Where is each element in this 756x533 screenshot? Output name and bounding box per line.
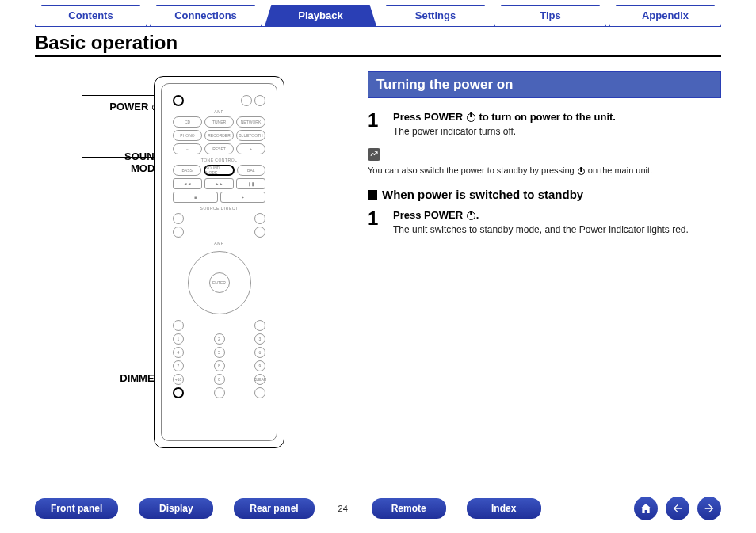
section-header-power-on: Turning the power on	[368, 71, 721, 98]
tab-settings[interactable]: Settings	[380, 5, 491, 26]
prev-icon[interactable]	[666, 497, 689, 520]
home-icon[interactable]	[634, 497, 658, 520]
step-title: Press POWER .	[393, 209, 721, 221]
remote-outline: AMP CDTUNERNETWORK PHONORECORDERBLUETOOT…	[154, 76, 284, 448]
tab-tips[interactable]: Tips	[494, 5, 606, 26]
step-text: The unit switches to standby mode, and t…	[393, 224, 721, 235]
bottom-nav-bar: Front panel Display Rear panel 24 Remote…	[35, 497, 721, 520]
power-icon	[467, 113, 475, 122]
nav-front-panel[interactable]: Front panel	[35, 498, 118, 519]
tab-playback[interactable]: Playback	[265, 5, 376, 26]
note-icon	[368, 148, 380, 161]
top-tab-bar: Contents Connections Playback Settings T…	[0, 0, 756, 26]
step-power-on: 1 Press POWER to turn on power to the un…	[368, 111, 721, 137]
next-icon[interactable]	[697, 497, 721, 520]
step-number: 1	[368, 111, 385, 137]
subsection-standby-header: When power is switched to standby	[368, 188, 721, 201]
nav-index[interactable]: Index	[467, 498, 541, 519]
step-standby: 1 Press POWER . The unit switches to sta…	[368, 209, 721, 235]
tab-contents[interactable]: Contents	[35, 5, 147, 26]
page-title: Basic operation	[35, 32, 721, 57]
page-number: 24	[335, 504, 351, 513]
tab-connections[interactable]: Connections	[150, 5, 262, 26]
tab-appendix[interactable]: Appendix	[609, 5, 721, 26]
power-icon	[578, 168, 585, 175]
step-number: 1	[368, 209, 385, 235]
step-text: The power indicator turns off.	[393, 126, 721, 137]
power-icon	[467, 211, 475, 220]
remote-diagram: POWER SOUND MODE DIMMER AMP CDTUNERNETWO…	[35, 68, 352, 448]
note-text: You can also switch the power to standby…	[368, 166, 721, 175]
nav-rear-panel[interactable]: Rear panel	[234, 498, 314, 519]
nav-display[interactable]: Display	[139, 498, 213, 519]
square-bullet-icon	[368, 190, 377, 200]
step-title: Press POWER to turn on power to the unit…	[393, 111, 721, 123]
nav-remote[interactable]: Remote	[372, 498, 446, 519]
